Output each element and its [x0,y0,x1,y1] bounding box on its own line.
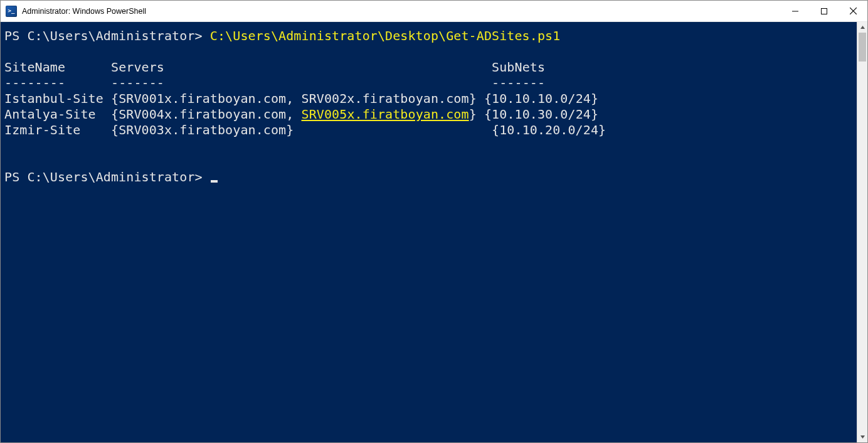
vertical-scrollbar[interactable] [857,22,867,442]
col-dash-servers: ------- [111,75,164,90]
svg-marker-5 [860,435,865,439]
row-subnets: {10.10.20.0/24} [492,122,606,137]
row-subnets: {10.10.30.0/24} [484,107,598,122]
col-header-subnets: SubNets [492,60,545,75]
prompt-prefix: PS C:\Users\Administrator> [4,169,210,184]
minimize-button[interactable] [781,1,810,21]
row-servers-prefix: {SRV004x.firatboyan.com, [111,107,302,122]
title-bar-left: Administrator: Windows PowerShell [1,6,146,17]
content-area: PS C:\Users\Administrator> C:\Users\Admi… [1,22,867,442]
row-servers: {SRV001x.firatboyan.com, SRV002x.firatbo… [111,91,477,106]
command-text: C:\Users\Administrator\Desktop\Get-ADSit… [210,28,561,43]
scroll-up-button[interactable] [857,22,867,33]
row-site: Izmir-Site [4,122,80,137]
terminal-output[interactable]: PS C:\Users\Administrator> C:\Users\Admi… [1,22,857,442]
row-site: Antalya-Site [4,107,96,122]
powershell-icon [6,6,17,17]
close-button[interactable] [839,1,867,21]
row-servers-suffix: } [469,107,477,122]
row-servers: {SRV003x.firatboyan.com} [111,122,294,137]
col-dash-subnets: ------- [492,75,545,90]
maximize-button[interactable] [810,1,839,21]
row-subnets: {10.10.10.0/24} [484,91,598,106]
scroll-track[interactable] [857,33,867,432]
svg-marker-4 [860,26,865,29]
col-header-sitename: SiteName [4,60,65,75]
svg-rect-1 [822,8,827,14]
cursor [211,180,218,183]
prompt-prefix: PS C:\Users\Administrator> [4,28,210,43]
col-header-servers: Servers [111,60,164,75]
row-servers-highlight: SRV005x.firatboyan.com [302,107,469,122]
window-title: Administrator: Windows PowerShell [22,7,146,16]
title-bar[interactable]: Administrator: Windows PowerShell [1,1,867,22]
scroll-down-button[interactable] [857,432,867,442]
col-dash-sitename: -------- [4,75,65,90]
row-site: Istanbul-Site [4,91,103,106]
window-controls [781,1,867,21]
scroll-thumb[interactable] [859,33,866,61]
